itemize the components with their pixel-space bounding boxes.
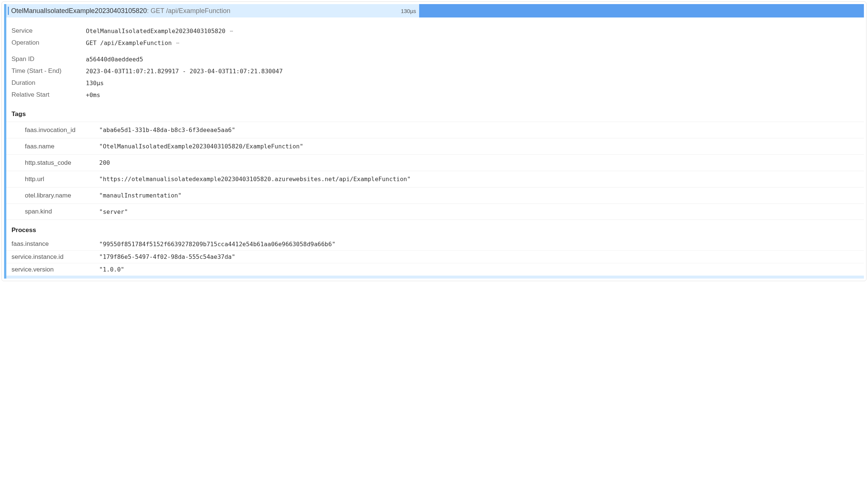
tag-row: http.status_code200 — [6, 154, 864, 171]
tags-section-title: Tags — [6, 104, 864, 122]
overview-operation-value: GET /api/ExampleFunction — [86, 39, 172, 46]
overview-service-value: OtelManualIsolatedExample20230403105820 — [86, 28, 226, 35]
overview-spanid-label: Span ID — [6, 55, 86, 63]
more-icon[interactable]: ⋯ — [176, 40, 179, 46]
tag-row: faas.invocation_id"aba6e5d1-331b-48da-b8… — [6, 122, 864, 138]
tag-value: "https://otelmanualisolatedexample202304… — [99, 176, 864, 183]
span-timeline-bar — [419, 4, 864, 17]
tag-key: faas.name — [6, 143, 99, 150]
overview-spanid-row: Span ID a56440d0aeddeed5 — [6, 53, 864, 65]
trace-span-detail: OtelManualIsolatedExample20230403105820:… — [1, 1, 867, 281]
process-value: "1.0.0" — [99, 266, 864, 273]
process-section-title: Process — [6, 220, 864, 238]
overview-time-label: Time (Start - End) — [6, 67, 86, 75]
tag-key: http.status_code — [6, 159, 99, 167]
overview-operation-label: Operation — [6, 39, 86, 46]
overview-block: Service OtelManualIsolatedExample2023040… — [6, 23, 864, 52]
overview-duration-label: Duration — [6, 79, 86, 87]
process-row: service.version"1.0.0" — [6, 263, 864, 276]
tag-key: span.kind — [6, 208, 99, 215]
process-key: service.instance.id — [6, 253, 99, 261]
tag-value: 200 — [99, 159, 864, 166]
span-title-sep: : — [147, 7, 150, 15]
overview-time-value: 2023-04-03T11:07:21.829917 - 2023-04-03T… — [86, 68, 283, 75]
tag-key: otel.library.name — [6, 192, 99, 199]
tag-row: span.kind"server" — [6, 203, 864, 220]
tag-row: http.url"https://otelmanualisolatedexamp… — [6, 171, 864, 187]
overview-time-row: Time (Start - End) 2023-04-03T11:07:21.8… — [6, 65, 864, 77]
panel-bottom-strip — [4, 276, 864, 279]
tag-row: otel.library.name"manaulInstrumentation" — [6, 187, 864, 203]
process-value: "179f86e5-5497-4f02-98da-555c54ae37da" — [99, 253, 864, 260]
process-value: "99550f851784f5152f6639278209b715cca4412… — [99, 241, 864, 248]
overview-duration-row: Duration 130µs — [6, 77, 864, 89]
span-title: OtelManualIsolatedExample20230403105820:… — [11, 7, 230, 15]
process-key: service.version — [6, 266, 99, 273]
tag-value: "server" — [99, 208, 864, 215]
more-icon[interactable]: ⋯ — [230, 28, 233, 34]
span-header-left: OtelManualIsolatedExample20230403105820:… — [6, 4, 401, 17]
overview-relstart-row: Relative Start +0ms — [6, 89, 864, 101]
span-service-name: OtelManualIsolatedExample20230403105820 — [11, 7, 147, 15]
process-key: faas.instance — [6, 240, 99, 248]
span-detail-panel: Service OtelManualIsolatedExample2023040… — [4, 17, 864, 276]
overview-service-row: Service OtelManualIsolatedExample2023040… — [6, 25, 864, 37]
overview-relstart-value: +0ms — [86, 91, 100, 99]
process-row: service.instance.id"179f86e5-5497-4f02-9… — [6, 250, 864, 263]
process-row: faas.instance"99550f851784f5152f66392782… — [6, 238, 864, 250]
tag-value: "OtelManualIsolatedExample20230403105820… — [99, 143, 864, 150]
span-duration-badge: 130µs — [401, 8, 419, 14]
span-header-row[interactable]: OtelManualIsolatedExample20230403105820:… — [4, 4, 864, 17]
tag-row: faas.name"OtelManualIsolatedExample20230… — [6, 138, 864, 154]
overview-duration-value: 130µs — [86, 80, 104, 87]
tag-value: "manaulInstrumentation" — [99, 192, 864, 199]
overview-operation-row: Operation GET /api/ExampleFunction ⋯ — [6, 37, 864, 49]
process-list: faas.instance"99550f851784f5152f66392782… — [6, 238, 864, 276]
overview-relstart-label: Relative Start — [6, 91, 86, 99]
tag-value: "aba6e5d1-331b-48da-b8c3-6f3deeae5aa6" — [99, 126, 864, 134]
overview-spanid-value: a56440d0aeddeed5 — [86, 56, 143, 63]
tag-key: faas.invocation_id — [6, 126, 99, 134]
span-color-marker — [8, 7, 9, 15]
tags-list: faas.invocation_id"aba6e5d1-331b-48da-b8… — [6, 122, 864, 220]
tag-key: http.url — [6, 176, 99, 183]
span-header-right: 130µs — [401, 4, 864, 17]
overview-block-2: Span ID a56440d0aeddeed5 Time (Start - E… — [6, 52, 864, 104]
overview-service-label: Service — [6, 27, 86, 35]
span-operation-name: GET /api/ExampleFunction — [150, 7, 230, 15]
